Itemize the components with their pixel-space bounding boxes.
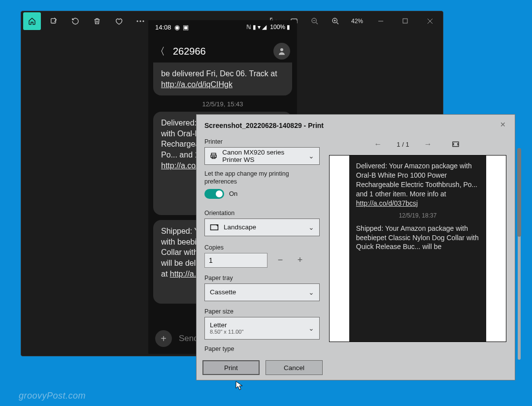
timestamp: 12/5/19, 15:43 — [153, 100, 292, 108]
tracking-link[interactable]: http://a.co/d/iqCIHgk — [161, 80, 233, 89]
scrollbar-thumb[interactable] — [517, 148, 521, 237]
landscape-icon — [210, 224, 219, 231]
copies-increment[interactable]: + — [293, 253, 307, 267]
conversation-header: 〈 262966 — [148, 34, 297, 64]
pref-toggle[interactable] — [204, 189, 224, 199]
home-icon[interactable] — [23, 12, 41, 30]
tray-label: Paper tray — [204, 275, 319, 281]
print-dialog: ✕ Screenshot_20220628-140829 - Print Pri… — [196, 114, 515, 380]
next-page-icon[interactable]: → — [422, 140, 434, 149]
wifi-icon: ▾ — [258, 24, 261, 31]
printer-select[interactable]: Canon MX920 series Printer WS ⌄ — [204, 147, 320, 165]
status-notif-icon: ◉ — [174, 24, 180, 31]
preview-message: Delivered: Your Amazon package with Oral… — [356, 161, 479, 208]
svg-point-3 — [142, 20, 144, 22]
status-time: 14:08 — [155, 24, 171, 31]
preview-link: http://a.co/d/037bcsj — [356, 199, 418, 207]
maximize-button[interactable] — [395, 14, 416, 29]
tray-select[interactable]: Cassette ⌄ — [204, 283, 320, 301]
preview-page: Delivered: Your Amazon package with Oral… — [329, 155, 506, 342]
copies-input[interactable] — [204, 253, 267, 268]
vibrate-icon: ▮ — [253, 24, 256, 31]
delete-icon[interactable] — [88, 12, 106, 30]
orientation-select[interactable]: Landscape ⌄ — [204, 219, 320, 236]
pref-label: Let the app change my printing preferenc… — [204, 170, 319, 186]
preview-timestamp: 12/5/19, 18:37 — [356, 212, 479, 219]
watermark: groovyPost.com — [19, 391, 86, 401]
svg-rect-13 — [453, 142, 459, 146]
rotate-icon[interactable] — [66, 12, 84, 30]
chevron-down-icon: ⌄ — [308, 152, 314, 160]
edit-icon[interactable] — [45, 12, 63, 30]
attach-icon[interactable]: + — [155, 330, 172, 347]
chevron-down-icon: ⌄ — [308, 288, 314, 296]
pref-toggle-state: On — [229, 190, 237, 197]
prev-page-icon[interactable]: ← — [372, 140, 384, 149]
nfc-icon: ℕ — [246, 24, 251, 31]
chevron-down-icon: ⌄ — [308, 324, 314, 332]
size-select[interactable]: Letter 8.50" x 11.00" ⌄ — [204, 317, 320, 340]
preview-message: Shipped: Your Amazon package with beebie… — [356, 224, 479, 252]
zoom-out-icon[interactable] — [306, 12, 324, 30]
conversation-number: 262966 — [173, 46, 266, 57]
compose-placeholder[interactable]: Send — [179, 334, 199, 344]
status-image-icon: ▣ — [183, 24, 189, 31]
print-button[interactable]: Print — [202, 360, 260, 375]
more-icon[interactable] — [132, 12, 149, 30]
svg-point-1 — [136, 20, 138, 22]
print-options-panel: Printer Canon MX920 series Printer WS ⌄ … — [197, 133, 323, 360]
copies-decrement[interactable]: − — [273, 253, 287, 267]
signal-icon: ◢ — [262, 24, 266, 31]
close-icon[interactable]: ✕ — [496, 118, 510, 131]
close-button[interactable] — [419, 14, 441, 29]
orientation-label: Orientation — [204, 210, 319, 217]
zoom-in-icon[interactable] — [327, 12, 344, 30]
favorite-icon[interactable] — [110, 12, 128, 30]
printer-label: Printer — [204, 138, 319, 145]
minimize-button[interactable] — [370, 14, 392, 29]
page-indicator: 1 / 1 — [397, 141, 409, 148]
type-label: Paper type — [204, 345, 319, 352]
battery-icon: ▮ — [287, 24, 290, 31]
back-icon[interactable]: 〈 — [155, 45, 165, 58]
copies-label: Copies — [204, 244, 319, 251]
svg-point-8 — [280, 48, 283, 51]
battery-text: 100% — [270, 24, 285, 31]
mouse-cursor — [235, 381, 243, 391]
svg-point-2 — [139, 20, 141, 22]
status-bar: 14:08 ◉ ▣ ℕ ▮ ▾ ◢ 100% ▮ — [148, 20, 297, 34]
size-label: Paper size — [204, 308, 319, 315]
svg-rect-7 — [403, 19, 407, 23]
message-bubble: be delivered Fri, Dec 06. Track at http:… — [153, 62, 292, 95]
page-nav: ← 1 / 1 → — [329, 133, 507, 155]
printer-icon — [210, 152, 217, 160]
contact-avatar-icon[interactable] — [273, 43, 290, 60]
chevron-down-icon: ⌄ — [308, 223, 314, 231]
print-preview-panel: ← 1 / 1 → Delivered: Your Amazon package… — [323, 133, 515, 360]
cancel-button[interactable]: Cancel — [266, 360, 323, 375]
dialog-title: Screenshot_20220628-140829 - Print — [197, 115, 515, 133]
zoom-level: 42% — [347, 18, 367, 25]
fit-page-icon[interactable] — [452, 141, 464, 148]
